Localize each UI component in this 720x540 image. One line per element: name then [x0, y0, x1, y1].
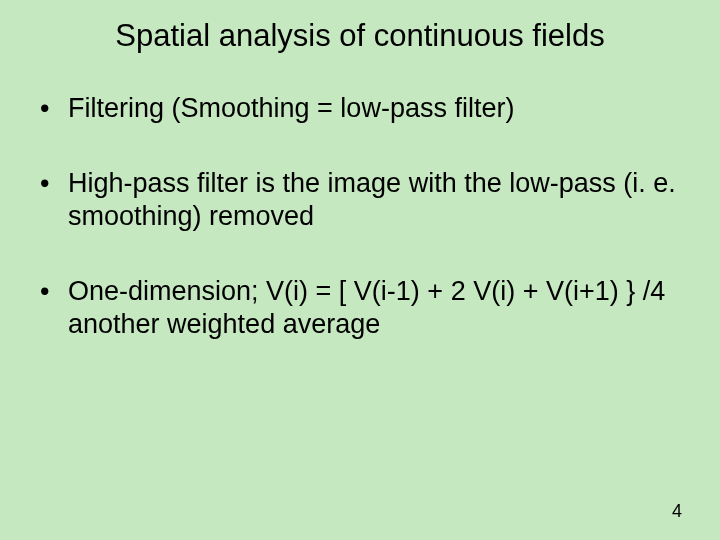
bullet-item: Filtering (Smoothing = low-pass filter): [40, 92, 680, 125]
slide-title: Spatial analysis of continuous fields: [40, 18, 680, 54]
page-number: 4: [672, 501, 682, 522]
bullet-item: High-pass filter is the image with the l…: [40, 167, 680, 233]
bullet-list: Filtering (Smoothing = low-pass filter) …: [40, 92, 680, 341]
slide-container: Spatial analysis of continuous fields Fi…: [0, 0, 720, 540]
bullet-item: One-dimension; V(i) = [ V(i-1) + 2 V(i) …: [40, 275, 680, 341]
